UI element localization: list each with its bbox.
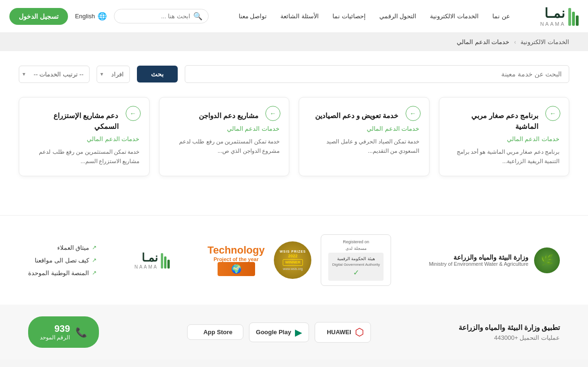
breadcrumb-current: خدمات الدعم المالي [457,38,509,45]
card-4: ← دعم مشاريع الإستزراع السمكي خدمات الدع… [19,97,150,176]
footer-links: ↗ ميثاق العملاء ↗ كيف تصل الى مواقعنا ↗ … [28,244,97,277]
footer-app-section: تطبيق وزارة البيئة والمياه والزراعة عملي… [0,305,588,360]
ext-icon-2: ↗ [92,257,97,263]
nav-contact[interactable]: تواصل معنا [233,9,273,23]
technology-badge: Technology Project of the year 🌍 [208,244,265,276]
ministry-name-en: Ministry of Environment Water & Agricult… [429,261,528,267]
footer: 🌿 وزارة البيئة والمياه والزراعة Ministry… [0,215,588,360]
footer-logo-text: نمـا [142,251,158,264]
footer-badges: Registered on مسجلة لدى هيئة الحكومة الر… [208,234,392,286]
globe-icon: 🌐 [98,12,107,21]
card-3-arrow[interactable]: ← [265,106,280,121]
ext-icon-1: ↗ [92,244,97,251]
app-title: تطبيق وزارة البيئة والمياه والزراعة [459,323,560,332]
card-4-category: خدمات الدعم المالي [29,135,140,142]
search-box[interactable]: 🔍 [114,9,209,23]
huawei-store-badge[interactable]: ⬡ HUAWEI [315,322,371,343]
ministry-emblem-icon: 🌿 [534,247,560,273]
tech-sub-of: Project of the year [214,256,259,262]
call-info: 939 الرقم الموحد [40,323,70,341]
logo-text: نمـا [544,6,565,21]
store-badges: ⬡ HUAWEI ▶ Google Play App Store [187,322,371,343]
footer-main: 🌿 وزارة البيئة والمياه والزراعة Ministry… [0,216,588,305]
main-nav: عن نما الخدمات الالكترونية التحول الرقمي… [233,9,516,23]
search-service-button[interactable]: بحث [137,66,178,82]
header-right: 🔍 🌐 English تسجيل الدخول [9,8,209,25]
card-2: ← خدمة تعويض و دعم الصيادين خدمات الدعم … [299,97,430,176]
app-downloads: عمليات التحميل +443000 [459,334,560,341]
breadcrumb-link-services[interactable]: الخدمات الالكترونية [520,38,569,45]
logo-bars-icon [568,7,579,26]
registered-label: Registered on [343,240,369,244]
card-2-arrow[interactable]: ← [406,106,421,121]
login-button[interactable]: تسجيل الدخول [9,8,68,25]
call-box: 📞 939 الرقم الموحد [28,316,99,348]
footer-link-directions[interactable]: ↗ كيف تصل الى مواقعنا [35,257,97,264]
logo-area: نمـا NAAMA [540,6,579,27]
dga-badge: Registered on مسجلة لدى هيئة الحكومة الر… [321,234,391,286]
nav-digital[interactable]: التحول الرقمي [374,9,422,23]
google-play-label: Google Play [256,329,291,336]
app-store-label: App Store [204,329,233,336]
google-play-badge[interactable]: ▶ Google Play [249,322,309,342]
footer-link-directions-label: كيف تصل الى مواقعنا [35,257,89,264]
filter-bar: بحث افراد ▾ -- ترتيب الخدمات -- ▾ [19,65,569,83]
card-2-desc: خدمة تمكن الصياد الحرفي و عامل الصيد الس… [309,137,420,156]
ministry-text-area: وزارة البيئة والمياه والزراعة Ministry o… [429,254,528,267]
wsis-circle: WSIS PRIZES 2022 WINNER www.wsis.org [274,241,311,279]
phone-icon: 📞 [75,327,87,338]
footer-logo-bars-icon [161,252,170,269]
lang-label: English [75,13,95,20]
cards-grid: ← برنامج دعم صغار مربي الماشية خدمات الد… [19,97,569,176]
footer-naama-logo: نمـا NAAMA [135,251,170,270]
footer-link-charter[interactable]: ↗ ميثاق العملاء [57,244,97,251]
card-1-title: برنامج دعم صغار مربي الماشية [449,111,560,132]
header: نمـا NAAMA عن نما الخدمات الالكترونية ال… [0,0,588,33]
call-label: الرقم الموحد [40,334,70,341]
app-store-badge[interactable]: App Store [187,324,243,340]
card-3-title: مشاريع دعم الدواجن [169,111,280,121]
sort-select[interactable]: -- ترتيب الخدمات -- [19,66,90,83]
ministry-name-ar: وزارة البيئة والمياه والزراعة [429,254,528,261]
footer-link-charter-label: ميثاق العملاء [57,244,90,251]
dga-check-icon: ✓ [353,268,359,277]
google-play-icon: ▶ [295,327,302,338]
nav-about[interactable]: عن نما [487,9,516,23]
wsis-url: www.wsis.org [283,267,302,271]
wsis-winner: WINNER [283,259,302,266]
card-1-category: خدمات الدعم المالي [449,135,560,142]
nav-services[interactable]: الخدمات الالكترونية [424,9,484,23]
card-4-arrow[interactable]: ← [126,106,141,121]
tech-icon: 🌍 [218,262,255,276]
card-1-desc: برنامج دعم صغار مربي الماشية هو أحد برام… [449,147,560,166]
search-icon-button[interactable]: 🔍 [193,12,203,21]
dga-label: هيئة الحكومة الرقمية [337,256,375,261]
logo-sub: NAAMA [540,21,565,27]
registered-sub: مسجلة لدى [346,246,367,251]
nav-stats[interactable]: إحصائيات نما [327,9,371,23]
card-1-arrow[interactable]: ← [545,106,560,121]
dga-sub: Digital Government Authority [332,262,380,267]
nav-faq[interactable]: الأسئلة الشائعة [275,9,324,23]
language-button[interactable]: 🌐 English [75,12,107,21]
service-search-input[interactable] [185,65,569,83]
footer-link-national-label: المنصة الوطنية الموحدة [28,270,89,277]
card-4-title: دعم مشاريع الإستزراع السمكي [29,111,140,132]
search-input[interactable] [120,13,190,20]
footer-link-national[interactable]: ↗ المنصة الوطنية الموحدة [28,270,97,277]
wsis-label: WSIS PRIZES [279,249,306,254]
card-3-category: خدمات الدعم المالي [169,125,280,132]
ministry-area: 🌿 وزارة البيئة والمياه والزراعة Ministry… [429,247,560,273]
card-3-desc: خدمة تمكن المستثمرين من رفع طلب لدعم مشر… [169,137,280,156]
breadcrumb-separator: › [514,39,516,45]
huawei-label: HUAWEI [327,329,351,336]
call-number: 939 [40,323,70,334]
huawei-icon: ⬡ [355,326,364,338]
category-select[interactable]: افراد [97,66,130,83]
ext-icon-3: ↗ [92,270,97,276]
category-select-wrapper: افراد ▾ [97,66,130,83]
wsis-badge: WSIS PRIZES 2022 WINNER www.wsis.org [274,241,311,279]
wsis-year: 2022 [288,254,297,259]
card-2-category: خدمات الدعم المالي [309,125,420,132]
sort-select-wrapper: -- ترتيب الخدمات -- ▾ [19,66,90,83]
